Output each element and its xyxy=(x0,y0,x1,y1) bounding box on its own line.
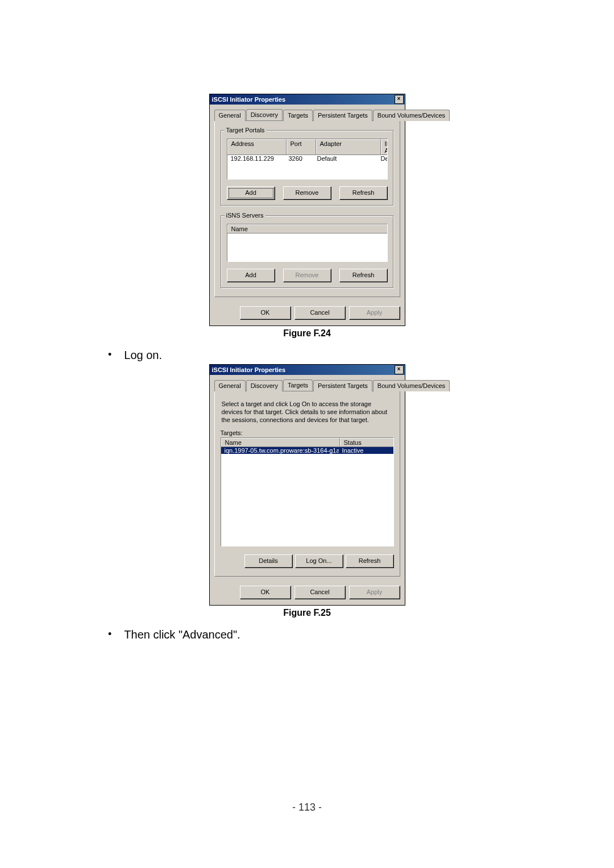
col-target-name: Name xyxy=(221,438,340,446)
details-button[interactable]: Details xyxy=(244,554,293,568)
figure-caption-f24: Figure F.24 xyxy=(0,328,614,339)
tab-discovery[interactable]: Discovery xyxy=(246,109,283,120)
cancel-button[interactable]: Cancel xyxy=(294,586,346,599)
bullet-icon: • xyxy=(108,628,111,641)
portal-row[interactable]: 192.168.11.229 3260 Default Default xyxy=(227,155,387,162)
tab-persistent-targets[interactable]: Persistent Targets xyxy=(313,110,372,121)
discovery-panel: Target Portals Address Port Adapter IP A… xyxy=(214,120,400,297)
titlebar: iSCSI Initiator Properties × xyxy=(210,94,405,105)
instruction-advanced: • Then click "Advanced". xyxy=(0,628,614,641)
close-icon[interactable]: × xyxy=(395,95,404,104)
refresh-portals-button[interactable]: Refresh xyxy=(339,186,388,200)
logon-button[interactable]: Log On... xyxy=(295,554,343,568)
target-row[interactable]: iqn.1997-05.tw.com.proware:sb-3164-g1a3-… xyxy=(221,447,393,454)
page-number: - 113 - xyxy=(0,802,614,813)
titlebar: iSCSI Initiator Properties × xyxy=(210,365,405,375)
target-portals-group: Target Portals Address Port Adapter IP A… xyxy=(221,130,394,206)
isns-servers-list[interactable]: Name xyxy=(227,224,388,262)
tab-bound-volumes[interactable]: Bound Volumes/Devices xyxy=(373,380,450,391)
tab-general[interactable]: General xyxy=(214,380,246,391)
targets-panel: Select a target and click Log On to acce… xyxy=(214,391,400,577)
col-target-status: Status xyxy=(340,438,393,446)
iscsi-discovery-dialog: iSCSI Initiator Properties × General Dis… xyxy=(209,94,405,326)
tab-bound-volumes[interactable]: Bound Volumes/Devices xyxy=(373,110,450,121)
iscsi-targets-dialog: iSCSI Initiator Properties × General Dis… xyxy=(209,364,405,606)
bullet-icon: • xyxy=(108,349,111,362)
col-address: Address xyxy=(227,139,287,155)
targets-list[interactable]: Name Status iqn.1997-05.tw.com.proware:s… xyxy=(221,437,394,546)
tab-targets[interactable]: Targets xyxy=(283,379,313,391)
tabstrip: General Discovery Targets Persistent Tar… xyxy=(214,109,400,121)
targets-label: Targets: xyxy=(221,429,394,436)
tab-targets[interactable]: Targets xyxy=(283,110,313,121)
col-ipaddress: IP Address xyxy=(381,139,388,155)
remove-isns-button: Remove xyxy=(283,269,331,282)
tab-persistent-targets[interactable]: Persistent Targets xyxy=(313,380,372,391)
ok-button[interactable]: OK xyxy=(240,306,291,320)
add-isns-button[interactable]: Add xyxy=(227,269,275,282)
col-isns-name: Name xyxy=(227,224,387,233)
refresh-isns-button[interactable]: Refresh xyxy=(339,269,388,282)
tab-general[interactable]: General xyxy=(214,110,246,121)
isns-servers-legend: iSNS Servers xyxy=(225,212,265,219)
apply-button: Apply xyxy=(349,306,400,320)
cancel-button[interactable]: Cancel xyxy=(294,306,346,320)
dialog-title: iSCSI Initiator Properties xyxy=(212,96,286,103)
col-adapter: Adapter xyxy=(316,139,381,155)
dialog-title: iSCSI Initiator Properties xyxy=(212,366,286,373)
close-icon[interactable]: × xyxy=(395,365,404,374)
add-portal-button[interactable]: Add xyxy=(227,186,275,200)
target-portals-list[interactable]: Address Port Adapter IP Address 192.168.… xyxy=(227,139,388,180)
ok-button[interactable]: OK xyxy=(240,586,291,599)
target-portals-legend: Target Portals xyxy=(225,127,267,133)
tabstrip: General Discovery Targets Persistent Tar… xyxy=(214,379,400,391)
instruction-logon: • Log on. xyxy=(0,349,614,362)
isns-servers-group: iSNS Servers Name Add Remove Refresh xyxy=(221,215,394,289)
apply-button: Apply xyxy=(349,586,400,599)
tab-discovery[interactable]: Discovery xyxy=(246,380,283,391)
targets-instructions: Select a target and click Log On to acce… xyxy=(222,400,393,424)
refresh-targets-button[interactable]: Refresh xyxy=(346,554,394,568)
figure-caption-f25: Figure F.25 xyxy=(0,608,614,618)
remove-portal-button[interactable]: Remove xyxy=(283,186,331,200)
col-port: Port xyxy=(287,139,316,155)
